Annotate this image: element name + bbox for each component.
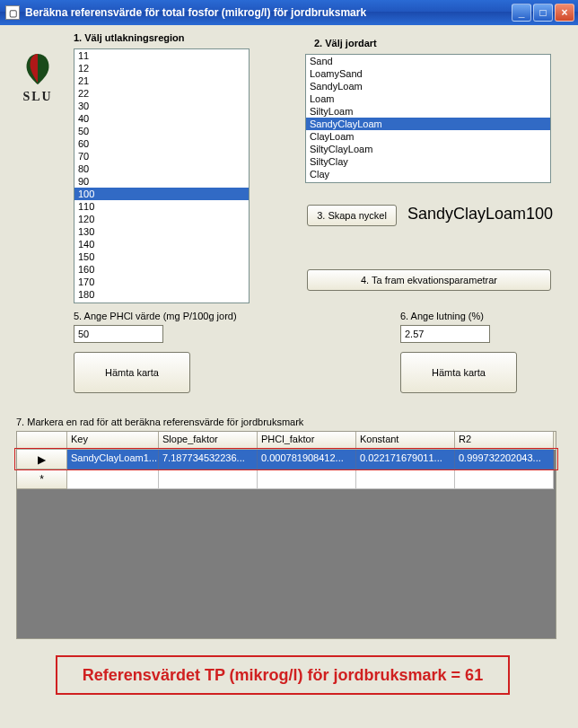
cell-empty[interactable] — [455, 469, 554, 489]
label-step7: 7. Markera en rad för att beräkna refere… — [16, 417, 303, 427]
soil-item[interactable]: SiltyClay — [306, 155, 550, 168]
grid-col-key[interactable]: Key — [67, 432, 159, 450]
grid-newrow-marker: * — [17, 469, 67, 489]
soil-item[interactable]: ClayLoam — [306, 130, 550, 143]
slu-logo: SLU — [16, 52, 59, 108]
grid-row-marker: ▶ — [17, 450, 67, 469]
region-item[interactable]: 180 — [74, 288, 249, 301]
close-button[interactable]: × — [555, 4, 574, 22]
region-item[interactable]: 90 — [74, 175, 249, 188]
key-value-label: SandyClayLoam100 — [407, 205, 553, 224]
soil-item[interactable]: Clay — [306, 168, 550, 180]
region-item[interactable]: 12 — [74, 62, 249, 75]
region-item[interactable]: 170 — [74, 276, 249, 288]
region-item[interactable]: 50 — [74, 125, 249, 137]
soil-item[interactable]: Loam — [306, 92, 550, 105]
phcl-input[interactable] — [74, 325, 163, 343]
grid-col-r2[interactable]: R2 — [455, 432, 554, 450]
region-item[interactable]: 80 — [74, 162, 249, 175]
label-step5: 5. Ange PHCl värde (mg P/100g jord) — [74, 311, 237, 321]
soil-item[interactable]: LoamySand — [306, 67, 550, 80]
region-item[interactable]: 120 — [74, 213, 249, 225]
region-item[interactable]: 30 — [74, 100, 249, 112]
create-key-button[interactable]: 3. Skapa nyckel — [307, 205, 397, 226]
soil-listbox[interactable]: SandLoamySandSandyLoamLoamSiltyLoamSandy… — [305, 54, 551, 183]
grid-col-phcl[interactable]: PHCl_faktor — [258, 432, 356, 450]
window-buttons: _ □ × — [512, 4, 574, 22]
region-item[interactable]: 11 — [74, 49, 249, 62]
label-step1: 1. Välj utlakningsregion — [74, 32, 184, 43]
region-item[interactable]: 110 — [74, 200, 249, 213]
cell-konst[interactable]: 0.022171679011... — [356, 450, 455, 469]
map-button-right[interactable]: Hämta karta — [400, 352, 517, 393]
cell-empty[interactable] — [258, 469, 356, 489]
region-item[interactable]: 140 — [74, 238, 249, 250]
grid-col-slope[interactable]: Slope_faktor — [159, 432, 258, 450]
cell-empty[interactable] — [356, 469, 455, 489]
soil-item[interactable]: SiltyClayLoam — [306, 143, 550, 155]
soil-item[interactable]: SandyLoam — [306, 80, 550, 92]
cell-empty[interactable] — [159, 469, 258, 489]
soil-item[interactable]: SiltyLoam — [306, 105, 550, 118]
cell-empty[interactable] — [67, 469, 159, 489]
region-item[interactable]: 22 — [74, 87, 249, 100]
grid-col-konst[interactable]: Konstant — [356, 432, 455, 450]
region-item[interactable]: 160 — [74, 263, 249, 276]
region-item[interactable]: 70 — [74, 150, 249, 162]
label-step2: 2. Välj jordart — [314, 38, 377, 48]
region-item[interactable]: 130 — [74, 225, 249, 238]
region-listbox[interactable]: 1112212230405060708090100110120130140150… — [74, 48, 250, 303]
region-item[interactable]: 60 — [74, 137, 249, 150]
label-step6: 6. Ange lutning (%) — [400, 311, 484, 321]
region-item[interactable]: 100 — [74, 188, 249, 200]
title-bar: ▢ Beräkna referensvärde för total fosfor… — [0, 0, 578, 25]
grid-row-new[interactable]: * — [17, 469, 556, 489]
logo-text: SLU — [22, 90, 52, 104]
cell-key[interactable]: SandyClayLoam1... — [67, 450, 159, 469]
window-title: Beräkna referensvärde för total fosfor (… — [25, 6, 512, 19]
load-params-button[interactable]: 4. Ta fram ekvationsparametrar — [307, 269, 551, 291]
cell-slope[interactable]: 7.187734532236... — [159, 450, 258, 469]
grid-header: Key Slope_faktor PHCl_faktor Konstant R2 — [17, 432, 556, 450]
region-item[interactable]: 40 — [74, 112, 249, 125]
result-box: Referensvärdet TP (mikrog/l) för jordbru… — [56, 655, 510, 695]
soil-item[interactable]: Sand — [306, 55, 550, 67]
client-area: SLU 1. Välj utlakningsregion 11122122304… — [0, 25, 578, 728]
maximize-button[interactable]: □ — [533, 4, 553, 22]
map-button-left[interactable]: Hämta karta — [74, 352, 190, 393]
params-grid[interactable]: Key Slope_faktor PHCl_faktor Konstant R2… — [16, 431, 556, 639]
grid-rowheader-col — [17, 432, 67, 450]
cell-r2[interactable]: 0.999732202043... — [455, 450, 554, 469]
region-item[interactable]: 21 — [74, 75, 249, 87]
soil-item[interactable]: SandyClayLoam — [306, 118, 550, 130]
grid-row-selected[interactable]: ▶ SandyClayLoam1... 7.187734532236... 0.… — [17, 450, 556, 469]
cell-phcl[interactable]: 0.000781908412... — [258, 450, 356, 469]
result-text: Referensvärdet TP (mikrog/l) för jordbru… — [83, 666, 483, 685]
region-item[interactable]: 150 — [74, 250, 249, 263]
minimize-button[interactable]: _ — [512, 4, 531, 22]
app-icon: ▢ — [5, 5, 20, 20]
slope-input[interactable] — [400, 325, 490, 343]
